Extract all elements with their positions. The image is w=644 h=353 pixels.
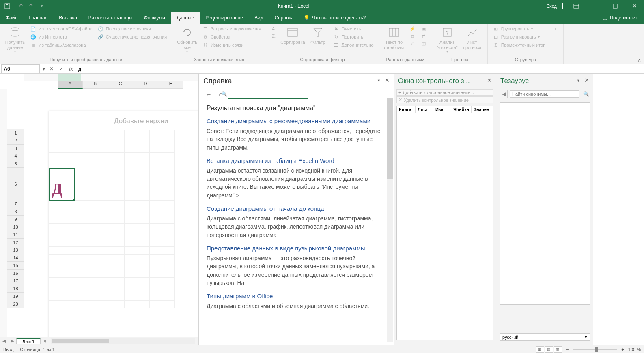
cell[interactable] bbox=[49, 160, 74, 168]
cell[interactable] bbox=[125, 208, 150, 216]
cell[interactable] bbox=[99, 278, 125, 285]
horizontal-scrollbar[interactable] bbox=[51, 338, 195, 344]
cell[interactable] bbox=[49, 285, 74, 293]
cell[interactable] bbox=[74, 201, 99, 208]
cell[interactable] bbox=[99, 153, 125, 160]
cell[interactable] bbox=[49, 262, 74, 270]
col-header-d[interactable]: D bbox=[133, 81, 158, 89]
ungroup-button[interactable]: ⊟Разгруппировать ▾ bbox=[491, 33, 547, 41]
col-header-a[interactable]: A bbox=[58, 81, 83, 89]
name-box[interactable]: A6 bbox=[1, 64, 40, 73]
cell[interactable] bbox=[150, 145, 175, 153]
header-placeholder[interactable]: Добавьте верхни bbox=[114, 117, 168, 125]
cell[interactable] bbox=[99, 208, 125, 216]
show-detail-button[interactable]: + bbox=[550, 25, 560, 32]
scroll-thumb[interactable] bbox=[52, 339, 109, 343]
row-header[interactable]: 8 bbox=[7, 208, 24, 216]
sort-button[interactable]: Сортировка bbox=[281, 25, 304, 46]
properties-button[interactable]: ⚙Свойства bbox=[200, 33, 263, 41]
cell[interactable] bbox=[74, 168, 99, 201]
thesaurus-language-select[interactable]: русский ▾ bbox=[500, 333, 590, 341]
watch-col[interactable]: Имя bbox=[433, 106, 451, 113]
cell[interactable] bbox=[150, 160, 175, 168]
row-header[interactable]: 9 bbox=[7, 216, 24, 223]
group-button[interactable]: ⊞Группировать ▾ bbox=[491, 25, 547, 32]
thesaurus-input[interactable] bbox=[510, 90, 579, 98]
scroll-thumb[interactable] bbox=[387, 98, 393, 179]
queries-button[interactable]: ☰Запросы и подключения bbox=[200, 25, 263, 32]
zoom-slider[interactable] bbox=[573, 349, 617, 350]
cell[interactable] bbox=[150, 168, 175, 201]
watch-col[interactable]: Книга bbox=[397, 106, 416, 113]
cell[interactable] bbox=[74, 247, 99, 255]
cell[interactable] bbox=[150, 208, 175, 216]
cell[interactable] bbox=[125, 285, 150, 293]
cell[interactable] bbox=[150, 285, 175, 293]
help-back-icon[interactable]: ← bbox=[204, 90, 213, 99]
tab-home[interactable]: Главная bbox=[24, 12, 54, 24]
cell[interactable] bbox=[150, 153, 175, 160]
cell[interactable] bbox=[49, 239, 74, 247]
refresh-all-button[interactable]: Обновить все▾ bbox=[175, 25, 199, 54]
cell[interactable] bbox=[74, 262, 99, 270]
cell[interactable] bbox=[150, 216, 175, 224]
row-header[interactable]: 2 bbox=[7, 137, 24, 145]
horizontal-ruler[interactable] bbox=[24, 74, 198, 81]
fill-handle[interactable] bbox=[73, 199, 75, 201]
help-search-input[interactable] bbox=[228, 90, 308, 99]
cell[interactable] bbox=[150, 247, 175, 255]
cell[interactable] bbox=[49, 201, 74, 208]
thesaurus-close-icon[interactable]: ✕ bbox=[584, 77, 589, 83]
cell[interactable] bbox=[49, 278, 74, 285]
cell[interactable] bbox=[99, 168, 125, 201]
recent-sources-button[interactable]: 🕓Последние источники bbox=[96, 25, 168, 32]
fx-icon[interactable]: fx bbox=[66, 64, 76, 73]
cell[interactable] bbox=[150, 262, 175, 270]
row-header[interactable]: 11 bbox=[7, 231, 24, 239]
cell[interactable] bbox=[150, 239, 175, 247]
maximize-icon[interactable] bbox=[606, 0, 625, 12]
tab-help[interactable]: Справка bbox=[269, 12, 299, 24]
tab-view[interactable]: Вид bbox=[249, 12, 269, 24]
clear-filter-button[interactable]: ✖Очистить bbox=[331, 25, 375, 32]
minimize-icon[interactable]: ─ bbox=[586, 0, 605, 12]
sort-desc-button[interactable]: Z↓ bbox=[269, 32, 279, 40]
zoom-thumb[interactable] bbox=[595, 347, 598, 352]
cell[interactable] bbox=[74, 255, 99, 262]
cell[interactable] bbox=[150, 270, 175, 278]
cell[interactable] bbox=[150, 201, 175, 208]
watch-grid[interactable]: Книга Лист Имя Ячейка Значен bbox=[396, 106, 493, 340]
col-header-b[interactable]: B bbox=[83, 81, 108, 89]
cell[interactable] bbox=[99, 137, 125, 145]
vertical-ruler[interactable] bbox=[0, 89, 7, 337]
help-result-link[interactable]: Типы диаграмм в Office bbox=[207, 293, 386, 300]
cell[interactable] bbox=[74, 137, 99, 145]
name-box-dropdown-icon[interactable]: ▾ bbox=[41, 66, 47, 72]
subtotal-button[interactable]: ΣПромежуточный итог bbox=[491, 41, 547, 49]
forecast-sheet-button[interactable]: Лист прогноза bbox=[461, 25, 484, 51]
cell[interactable] bbox=[99, 270, 125, 278]
what-if-button[interactable]: ? Анализ "что если"▾ bbox=[435, 25, 459, 54]
get-data-button[interactable]: Получить данные▾ bbox=[3, 25, 27, 54]
cell[interactable] bbox=[74, 208, 99, 216]
cell[interactable] bbox=[49, 293, 74, 301]
row-header[interactable]: 17 bbox=[7, 277, 24, 285]
cell[interactable] bbox=[125, 145, 150, 153]
login-button[interactable]: Вход bbox=[541, 3, 563, 9]
cell[interactable] bbox=[74, 216, 99, 224]
cell[interactable] bbox=[150, 278, 175, 285]
watch-pane-close-icon[interactable]: ✕ bbox=[487, 77, 492, 83]
cell[interactable] bbox=[74, 224, 99, 231]
from-table-button[interactable]: ▦Из таблицы/диапазона bbox=[28, 41, 94, 49]
cell[interactable] bbox=[125, 231, 150, 239]
new-sheet-icon[interactable]: ⊕ bbox=[44, 338, 47, 344]
save-icon[interactable] bbox=[2, 1, 12, 11]
cell[interactable] bbox=[74, 231, 99, 239]
tell-me[interactable]: 💡 Что вы хотите сделать? bbox=[304, 12, 366, 24]
cell[interactable] bbox=[99, 293, 125, 301]
row-header[interactable]: 1 bbox=[7, 129, 24, 137]
help-result-link[interactable]: Создание диаграммы с рекомендованными ди… bbox=[207, 118, 386, 124]
from-web-button[interactable]: 🌐Из Интернета bbox=[28, 33, 94, 41]
cell[interactable] bbox=[125, 224, 150, 231]
cell[interactable] bbox=[125, 239, 150, 247]
